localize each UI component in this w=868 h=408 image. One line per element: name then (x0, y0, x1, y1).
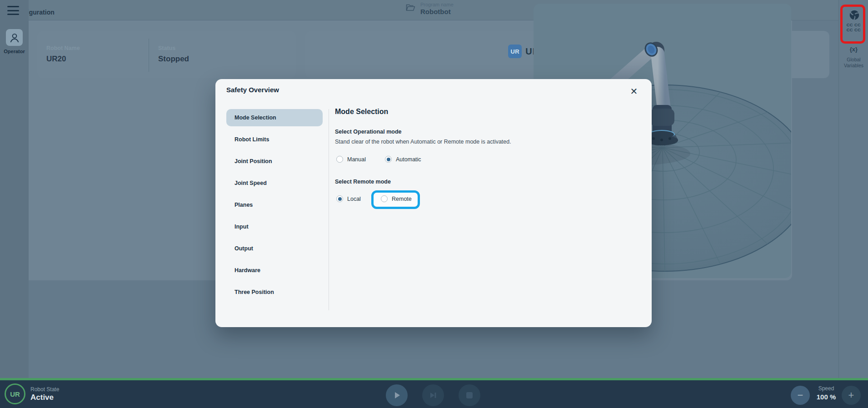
mode-selection-panel: Mode Selection Select Operational mode S… (335, 108, 639, 312)
nav-item-mode-selection[interactable]: Mode Selection (226, 109, 323, 126)
hamburger-menu-icon[interactable] (7, 6, 19, 15)
global-variables-label: Global Variables (839, 57, 868, 69)
nav-item-joint-speed[interactable]: Joint Speed (226, 174, 323, 192)
modal-divider (329, 109, 329, 310)
play-button[interactable] (386, 384, 408, 406)
radio-option-remote[interactable]: Remote (381, 195, 412, 202)
radio-remote[interactable] (381, 195, 388, 202)
left-sidebar: Operator (0, 0, 29, 378)
program-info[interactable]: Program name Robotbot (405, 2, 454, 15)
radio-option-local[interactable]: Local (336, 195, 361, 202)
nav-item-robot-limits[interactable]: Robot Limits (226, 131, 323, 148)
play-icon (392, 391, 401, 400)
status-label: Status (158, 45, 189, 51)
app-screen: Program name Robotbot Robot Name UR20 St… (0, 0, 868, 408)
card-divider (149, 39, 149, 72)
highlight-box-safety-checksum (840, 5, 865, 44)
safety-overview-modal: Safety Overview ✕ Mode Selection Robot L… (215, 79, 652, 327)
radio-option-manual[interactable]: Manual (336, 156, 366, 163)
panel-heading: Mode Selection (335, 108, 388, 116)
speed-increase-button[interactable]: + (842, 386, 861, 405)
speed-display: Speed 100 % (812, 385, 841, 401)
speed-value: 100 % (812, 393, 841, 401)
ur-footer-logo: UR (5, 383, 25, 404)
stop-button[interactable] (459, 384, 480, 406)
stop-icon (465, 391, 474, 399)
speed-decrease-button[interactable]: − (791, 386, 810, 405)
nav-item-three-position[interactable]: Three Position (226, 284, 323, 301)
speed-label: Speed (812, 385, 841, 392)
person-icon (9, 32, 20, 44)
modal-title: Safety Overview (226, 86, 279, 94)
global-variables-icon[interactable]: {x} (839, 46, 868, 53)
radio-option-automatic[interactable]: Automatic (385, 156, 421, 163)
operational-mode-label: Select Operational mode (335, 129, 402, 135)
operational-mode-options: Manual Automatic (335, 156, 626, 165)
status-value: Stopped (158, 55, 189, 64)
skip-button[interactable] (422, 384, 444, 406)
ur-logo-mark: UR (508, 45, 522, 58)
footer-bar: UR Robot State Active − Speed 100 % + (0, 380, 868, 408)
robot-state-label: Robot State (30, 386, 59, 393)
radio-local[interactable] (336, 195, 343, 202)
nav-item-joint-position[interactable]: Joint Position (226, 153, 323, 170)
remote-mode-options: Local Remote (335, 195, 626, 204)
robot-name-label: Robot Name (46, 45, 80, 51)
operational-mode-description: Stand clear of the robot when Automatic … (335, 139, 511, 145)
nav-item-input[interactable]: Input (226, 218, 323, 235)
nav-item-output[interactable]: Output (226, 240, 323, 257)
radio-automatic[interactable] (385, 156, 392, 163)
robot-name-value: UR20 (46, 55, 80, 64)
robot-state-value: Active (30, 393, 54, 402)
operator-label: Operator (0, 49, 29, 54)
right-sidebar: CC CC CC CC {x} Global Variables (838, 0, 868, 378)
program-name-label: Program name (420, 2, 454, 7)
program-name-value: Robotbot (420, 8, 454, 15)
nav-item-hardware[interactable]: Hardware (226, 262, 323, 279)
operator-avatar[interactable] (6, 29, 23, 46)
robot-status-card: Robot Name UR20 Status Stopped (37, 31, 296, 78)
close-icon[interactable]: ✕ (626, 84, 642, 99)
radio-manual[interactable] (336, 156, 343, 163)
remote-mode-label: Select Remote mode (335, 179, 391, 185)
modal-nav: Mode Selection Robot Limits Joint Positi… (226, 109, 323, 305)
folder-icon (405, 2, 416, 13)
skip-icon (429, 391, 438, 400)
nav-item-planes[interactable]: Planes (226, 196, 323, 214)
